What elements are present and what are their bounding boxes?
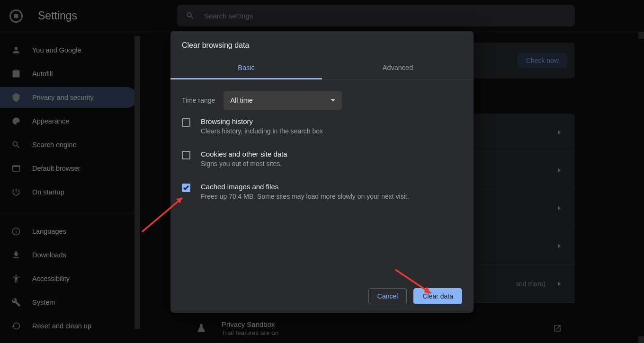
sidebar-item-accessibility[interactable]: Accessibility	[0, 268, 137, 289]
sidebar-item-reset[interactable]: Reset and clean up	[0, 316, 137, 336]
flask-icon	[196, 323, 206, 334]
sidebar-item-downloads[interactable]: Downloads	[0, 245, 137, 265]
download-icon	[11, 250, 21, 260]
annotation-arrow-clear-button	[391, 265, 443, 309]
scroll-arrow-down[interactable]	[638, 336, 644, 343]
check-now-button[interactable]: Check now	[518, 53, 567, 68]
time-range-value: All time	[230, 97, 253, 104]
sidebar-item-system[interactable]: System	[0, 292, 137, 313]
sandbox-title: Privacy Sandbox	[222, 320, 278, 328]
search-bar[interactable]	[177, 5, 575, 26]
svg-line-0	[142, 198, 182, 232]
sidebar-item-you-google[interactable]: You and Google	[0, 40, 137, 61]
option-cookies[interactable]: Cookies and other site data Signs you ou…	[182, 142, 462, 175]
sidebar-item-privacy-security[interactable]: Privacy and security	[0, 87, 137, 108]
palette-icon	[11, 116, 21, 126]
app-root: Settings You and Google Autofill Privacy…	[0, 0, 644, 343]
chevron-right-icon	[557, 130, 562, 135]
sidebar-item-label: Reset and clean up	[32, 322, 91, 330]
tab-basic[interactable]: Basic	[170, 58, 322, 79]
wrench-icon	[11, 298, 21, 307]
option-desc: Frees up 70.4 MB. Some sites may load mo…	[201, 193, 409, 200]
page-title: Settings	[38, 9, 77, 22]
time-range-select[interactable]: All time	[224, 91, 342, 110]
sidebar-item-default-browser[interactable]: Default browser	[0, 158, 137, 179]
dialog-body: Time range All time Browsing history Cle…	[170, 79, 474, 219]
annotation-arrow-checkbox	[137, 189, 194, 238]
sidebar-item-label: Downloads	[32, 251, 66, 259]
sidebar-item-label: Appearance	[32, 117, 69, 125]
header: Settings	[0, 0, 644, 32]
globe-icon	[11, 227, 21, 236]
power-icon	[11, 187, 21, 197]
chevron-right-icon	[557, 168, 562, 173]
option-desc: Signs you out of most sites.	[201, 160, 287, 167]
time-range-label: Time range	[182, 97, 215, 104]
sidebar-item-label: Privacy and security	[32, 94, 94, 101]
sidebar-item-label: Default browser	[32, 165, 80, 172]
restore-icon	[11, 321, 21, 331]
chrome-icon	[9, 9, 23, 23]
privacy-sandbox-row[interactable]: Privacy Sandbox Trial features are on	[183, 308, 575, 343]
browser-icon	[11, 164, 21, 173]
sidebar-item-on-startup[interactable]: On startup	[0, 182, 137, 202]
sidebar-item-search-engine[interactable]: Search engine	[0, 134, 137, 155]
sidebar-item-label: Accessibility	[32, 275, 70, 282]
option-title: Browsing history	[201, 117, 323, 125]
sidebar-item-label: You and Google	[32, 46, 81, 54]
sidebar-item-label: Autofill	[32, 70, 53, 78]
sidebar-item-label: On startup	[32, 188, 64, 196]
sidebar-item-label: System	[32, 299, 55, 306]
sidebar: You and Google Autofill Privacy and secu…	[0, 32, 140, 343]
sidebar-item-appearance[interactable]: Appearance	[0, 111, 137, 132]
sidebar-item-autofill[interactable]: Autofill	[0, 63, 137, 84]
option-title: Cached images and files	[201, 183, 409, 191]
sidebar-item-languages[interactable]: Languages	[0, 221, 137, 242]
option-cached-images[interactable]: Cached images and files Frees up 70.4 MB…	[182, 175, 462, 208]
time-range-row: Time range All time	[182, 91, 462, 110]
chevron-right-icon	[557, 244, 562, 248]
sidebar-item-label: Languages	[32, 228, 66, 235]
person-icon	[11, 45, 21, 55]
scroll-arrow-up[interactable]	[638, 32, 644, 39]
sidebar-scrollbar[interactable]	[134, 32, 140, 343]
tab-advanced[interactable]: Advanced	[322, 58, 474, 79]
option-title: Cookies and other site data	[201, 150, 287, 158]
row-fragment: and more)	[515, 280, 546, 288]
accessibility-icon	[11, 274, 21, 283]
chevron-right-icon	[557, 206, 562, 211]
content-scrollbar[interactable]	[638, 32, 644, 343]
checkbox-cookies[interactable]	[182, 151, 190, 159]
external-link-icon	[553, 324, 562, 333]
shield-icon	[11, 93, 21, 102]
sidebar-item-label: Search engine	[32, 141, 77, 149]
checkbox-browsing-history[interactable]	[182, 118, 190, 127]
chevron-right-icon	[557, 281, 562, 286]
dialog-title: Clear browsing data	[170, 31, 474, 58]
dialog-tabs: Basic Advanced	[170, 58, 474, 79]
dropdown-arrow-icon	[331, 99, 335, 102]
scrollbar-thumb[interactable]	[134, 36, 140, 329]
sandbox-text: Privacy Sandbox Trial features are on	[222, 320, 278, 336]
option-desc: Clears history, including in the search …	[201, 127, 323, 135]
option-browsing-history[interactable]: Browsing history Clears history, includi…	[182, 110, 462, 142]
search-icon	[186, 11, 195, 20]
search-input[interactable]	[203, 11, 566, 20]
clipboard-icon	[11, 69, 21, 79]
sandbox-subtitle: Trial features are on	[222, 329, 278, 336]
search-icon	[11, 140, 21, 150]
